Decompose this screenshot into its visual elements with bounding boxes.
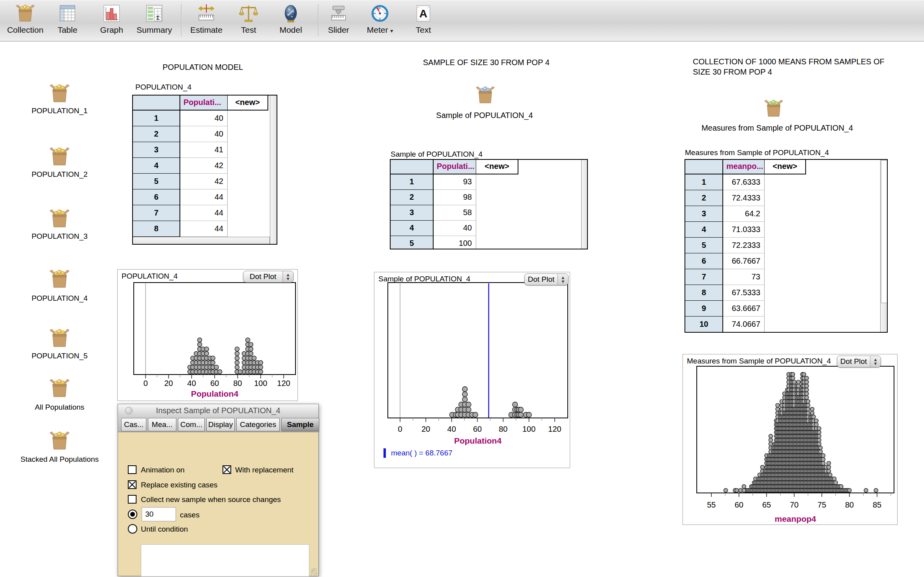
case-value-cell[interactable]: 98 (434, 190, 476, 205)
case-value-cell[interactable]: 44 (180, 189, 228, 205)
case-value-cell[interactable]: 66.7667 (723, 253, 765, 269)
vertical-scrollbar[interactable] (880, 160, 888, 332)
toolbar-button-meter[interactable]: Meter ▾ (360, 2, 400, 35)
until-condition-label: Until condition (141, 525, 188, 534)
tab-measures[interactable]: Mea... (148, 418, 176, 431)
case-value-cell[interactable]: 71.0333 (723, 222, 765, 238)
case-value-cell[interactable]: 64.2 (723, 206, 765, 222)
toolbar-separator (181, 4, 181, 36)
text-object-population-model[interactable]: POPULATION MODEL (163, 62, 243, 72)
tab-sample[interactable]: Sample (281, 418, 319, 431)
case-value-cell[interactable]: 42 (180, 174, 228, 189)
checkbox-replace-existing-cases[interactable] (128, 480, 137, 489)
case-value-cell[interactable]: 67.5333 (723, 285, 765, 301)
attribute-column-header[interactable]: Populati... (434, 160, 476, 174)
estimate-icon (187, 2, 226, 25)
text-object-means-heading[interactable]: COLLECTION OF 1000 MEANS FROM SAMPLES OF… (693, 56, 885, 77)
toolbar-button-text[interactable]: A Text (404, 2, 443, 35)
case-value-cell[interactable]: 93 (434, 174, 476, 190)
toolbar-button-summary[interactable]: Σ Summary (135, 2, 174, 35)
mean-legend[interactable]: mean( ) = 68.7667 (383, 448, 453, 458)
case-value-cell[interactable]: 40 (180, 126, 228, 142)
plot-type-stepper-icon[interactable]: ▲▼ (282, 271, 293, 282)
axis-attribute-label[interactable]: meanpop4 (774, 514, 816, 523)
close-icon[interactable] (125, 407, 133, 414)
new-column-header[interactable]: <new> (228, 96, 268, 111)
toolbar-button-test[interactable]: Test (229, 2, 268, 35)
case-value-cell[interactable]: 42 (180, 158, 228, 174)
sidebar-collection-all-populations[interactable] (49, 379, 71, 399)
text-object-sample-heading[interactable]: SAMPLE OF SIZE 30 FROM POP 4 (423, 57, 550, 67)
case-value-cell[interactable]: 72.4333 (723, 190, 765, 206)
plot-type-stepper-icon[interactable]: ▲▼ (557, 274, 568, 285)
sidebar-collection-stacked-all-populations[interactable] (49, 431, 71, 452)
checkbox-animation-on[interactable] (128, 465, 137, 474)
dialog-titlebar[interactable]: Inspect Sample of POPULATION_4 (118, 404, 318, 418)
toolbar-button-slider[interactable]: Slider (319, 2, 358, 35)
case-value-cell[interactable]: 74.0667 (723, 317, 765, 332)
plot-frame (388, 283, 568, 418)
tab-categories[interactable]: Categories (236, 418, 280, 431)
axis-attribute-label[interactable]: Population4 (454, 436, 501, 445)
toolbar-button-table[interactable]: Table (48, 2, 87, 35)
checkbox-collect-new-sample[interactable] (128, 495, 137, 504)
tab-display[interactable]: Display (206, 418, 235, 431)
attribute-column-header[interactable]: meanpo... (723, 160, 765, 174)
case-table-measures[interactable]: meanpo...<new>167.6333272.4333364.2471.0… (685, 159, 888, 333)
sidebar-collection-population_1[interactable] (49, 84, 71, 105)
radio-until-condition[interactable] (128, 524, 137, 534)
new-column-header[interactable]: <new> (476, 160, 518, 174)
resize-handle[interactable] (311, 568, 317, 575)
sidebar-collection-population_5[interactable] (49, 329, 71, 349)
case-table-sample[interactable]: Populati...<new>1932983584405100 (390, 159, 588, 249)
new-column-header[interactable]: <new> (765, 160, 806, 174)
dot-plot-canvas[interactable]: 55606570758085meanpop4 (683, 354, 898, 525)
case-value-cell[interactable]: 58 (434, 205, 476, 221)
horizontal-scrollbar[interactable] (133, 237, 270, 245)
axis-attribute-label[interactable]: Population4 (191, 389, 238, 398)
toolbar-button-graph[interactable]: Graph (92, 2, 131, 35)
plot-type-selector[interactable]: Dot Plot ▲▼ (524, 274, 569, 285)
check-x-icon (129, 481, 136, 488)
collection-icon-sample[interactable] (475, 86, 496, 106)
graph-title: POPULATION_4 (122, 272, 178, 281)
toolbar-button-estimate[interactable]: Estimate (187, 2, 226, 35)
sidebar-collection-population_4[interactable] (49, 270, 71, 290)
corner-header-cell (133, 96, 180, 111)
sidebar-collection-population_3[interactable] (49, 209, 71, 230)
tab-cases[interactable]: Cas... (121, 418, 146, 431)
case-table-population4[interactable]: Populati...<new>140240341442542644744844 (132, 95, 277, 245)
tab-comments[interactable]: Com... (178, 418, 205, 431)
case-value-cell[interactable]: 100 (434, 236, 476, 249)
case-value-cell[interactable]: 63.6667 (723, 301, 765, 317)
case-value-cell[interactable]: 44 (180, 221, 228, 237)
case-value-cell[interactable]: 73 (723, 269, 765, 285)
svg-text:40: 40 (187, 379, 196, 388)
radio-sample-n-cases[interactable] (128, 510, 137, 519)
cases-count-input[interactable]: 30 (142, 507, 176, 521)
case-value-cell[interactable]: 41 (180, 142, 228, 158)
svg-text:80: 80 (845, 500, 854, 509)
plot-type-stepper-icon[interactable]: ▲▼ (870, 356, 881, 367)
condition-formula-textarea[interactable] (141, 544, 309, 577)
case-value-cell[interactable]: 72.2333 (723, 238, 765, 253)
vertical-scrollbar[interactable] (581, 160, 588, 249)
checkbox-with-replacement[interactable] (223, 465, 231, 474)
case-value-cell[interactable]: 67.6333 (723, 174, 765, 190)
case-value-cell[interactable]: 40 (434, 221, 476, 236)
toolbar-button-model[interactable]: Model (271, 2, 310, 35)
svg-text:75: 75 (817, 500, 826, 509)
vertical-scrollbar[interactable] (270, 96, 277, 244)
plot-type-selector[interactable]: Dot Plot ▲▼ (243, 271, 294, 283)
toolbar-button-collection[interactable]: Collection (6, 2, 45, 35)
case-number-cell: 1 (133, 111, 180, 126)
dot-plot-canvas[interactable]: 020406080100120Population4 (118, 270, 298, 401)
plot-type-selector[interactable]: Dot Plot ▲▼ (837, 356, 881, 367)
collection-icon-measures[interactable] (763, 99, 784, 119)
attribute-column-header[interactable]: Populati... (180, 96, 228, 111)
sidebar-collection-population_2[interactable] (49, 147, 71, 168)
dot-plot-canvas[interactable]: 020406080100120Population4 (374, 272, 570, 468)
case-value-cell[interactable]: 44 (180, 205, 228, 221)
case-value-cell[interactable]: 40 (180, 111, 228, 126)
plot-type-label: Dot Plot (525, 274, 557, 285)
